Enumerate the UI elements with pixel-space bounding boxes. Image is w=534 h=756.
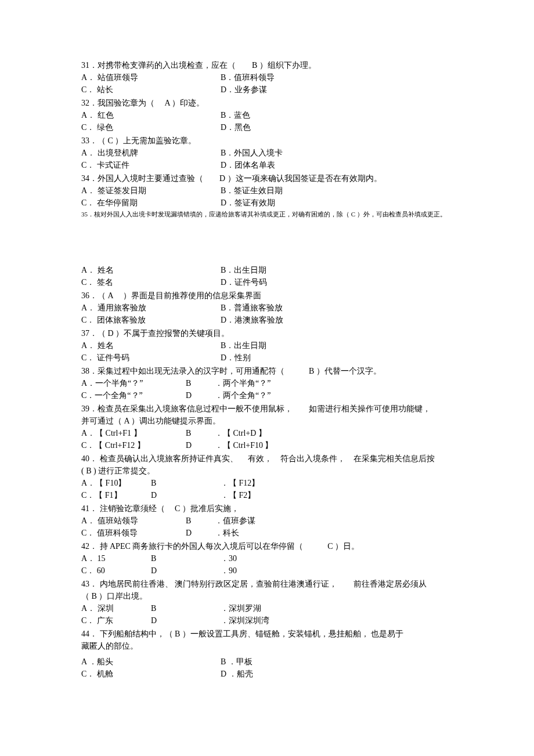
option-c: C． 站长 — [81, 84, 221, 96]
question-stem: 33．（ C ）上无需加盖验讫章。 — [81, 135, 464, 147]
option-d: D．团体名单表 — [221, 159, 275, 171]
options-row: C． 团体旅客验放 D．港澳旅客验放 — [81, 314, 464, 326]
option-b: B．出生日期 — [221, 264, 266, 276]
question-33: 33．（ C ）上无需加盖验讫章。 A． 出境登机牌 B．外国人入境卡 C． 卡… — [81, 135, 464, 171]
options-row: A． 通用旅客验放 B．普通旅客验放 — [81, 302, 464, 314]
option-a: A． 签证签发日期 — [81, 185, 221, 197]
option-c: C． 机舱 — [81, 668, 221, 680]
options-row: A． 姓名 B．出生日期 — [81, 264, 464, 276]
question-stem-line2: ( B ) 进行正常提交。 — [81, 465, 464, 477]
option-b-letter: B — [186, 427, 215, 439]
options-row: C．一个全角“？” D ．两个全角“？” — [81, 389, 464, 401]
option-d-text: ．科长 — [215, 527, 239, 539]
option-b-letter: B — [186, 377, 215, 389]
options-row: A ．船头 B ．甲板 — [81, 656, 464, 668]
question-39: 39．检查员在采集出入境旅客信息过程中一般不使用鼠标， 如需进行相关操作可使用功… — [81, 403, 464, 451]
option-b-letter: B — [151, 477, 221, 489]
question-32: 32．我国验讫章为（ A ）印迹。 A． 红色 B．蓝色 C． 绿色 D．黑色 — [81, 97, 464, 133]
option-b-letter: B — [151, 552, 221, 565]
option-c: C．【 Ctrl+F12 】 — [81, 439, 186, 451]
option-d-letter: D — [186, 527, 215, 539]
question-34: 34．外国人入境时主要通过查验（ D ）这一项来确认我国签证是否在有效期内。 A… — [81, 172, 464, 209]
option-a: A． 站值班领导 — [81, 71, 221, 84]
option-a: A．一个半角“？” — [81, 377, 186, 389]
option-b-text: ．30 — [221, 552, 237, 565]
question-stem-line2: 藏匿人的部位。 — [81, 640, 464, 652]
options-row: A． 红色 B．蓝色 — [81, 109, 464, 121]
question-41: 41． 注销验讫章须经（ C ）批准后实施， A． 值班站领导 B ．值班参谋 … — [81, 502, 464, 539]
option-b: B ．甲板 — [221, 656, 252, 668]
option-a: A． 姓名 — [81, 339, 221, 352]
question-stem-line2: （ B ）口岸出境。 — [81, 590, 464, 602]
option-d: D ．船壳 — [221, 668, 253, 680]
option-b-text: ．深圳罗湖 — [221, 602, 261, 614]
option-d-letter: D — [186, 439, 215, 451]
option-b-letter: B — [186, 515, 215, 527]
option-d-letter: D — [151, 565, 221, 577]
option-a: A ．船头 — [81, 656, 221, 668]
option-d-letter: D — [151, 489, 221, 501]
options-row: C． 站长 D．业务参谋 — [81, 84, 464, 96]
option-c: C． 绿色 — [81, 121, 221, 133]
question-43: 43． 内地居民前往香港、 澳门特别行政区定居，查验前往港澳通行证， 前往香港定… — [81, 578, 464, 627]
option-b-text: ．值班参谋 — [215, 515, 255, 527]
option-d-text: ．【 F2】 — [221, 489, 255, 501]
options-row: C． 60 D ．90 — [81, 565, 464, 577]
options-row: A．【 Ctrl+F1 】 B ．【 Ctrl+D 】 — [81, 427, 464, 439]
option-d: D．性别 — [221, 352, 251, 364]
option-c: C． 值班科领导 — [81, 527, 186, 539]
question-stem: 31．对携带枪支弹药的入出境检查，应在（ B ）组织下办理。 — [81, 59, 464, 71]
option-c: C． 卡式证件 — [81, 159, 221, 171]
option-b-text: ．【 F12】 — [221, 477, 259, 489]
options-row: C． 在华停留期 D．签证有效期 — [81, 197, 464, 209]
option-d-text: ．【 Ctrl+F10 】 — [215, 439, 273, 451]
option-a: A． 值班站领导 — [81, 515, 186, 527]
question-stem: 37．（ D ）不属于查控报警的关键项目。 — [81, 327, 464, 339]
option-b-letter: B — [151, 602, 221, 614]
question-44: 44． 下列船舶结构中，（ B ）一般设置工具房、锚链舱，安装锚机，悬挂船舶， … — [81, 628, 464, 680]
options-row: C． 卡式证件 D．团体名单表 — [81, 159, 464, 171]
question-stem: 38．采集过程中如出现无法录入的汉字时，可用通配符（ B ）代替一个汉字。 — [81, 365, 464, 377]
options-row: A． 值班站领导 B ．值班参谋 — [81, 515, 464, 527]
option-a: A．【 Ctrl+F1 】 — [81, 427, 186, 439]
option-d-letter: D — [151, 614, 221, 627]
option-a: A． 红色 — [81, 109, 221, 121]
option-b: B．普通旅客验放 — [221, 302, 283, 314]
question-stem: 32．我国验讫章为（ A ）印迹。 — [81, 97, 464, 109]
option-c: C．一个全角“？” — [81, 389, 186, 401]
option-c: C． 团体旅客验放 — [81, 314, 221, 326]
option-a: A． 深圳 — [81, 602, 151, 614]
option-d-text: ．深圳深圳湾 — [221, 614, 269, 627]
option-b-text: ．两个半角“？” — [215, 377, 270, 389]
question-stem: 36．（ A ）界面是目前推荐使用的信息采集界面 — [81, 290, 464, 302]
option-d: D．签证有效期 — [221, 197, 275, 209]
question-35-options: A． 姓名 B．出生日期 C． 签名 D．证件号码 — [81, 264, 464, 288]
option-a: A．【 F10】 — [81, 477, 151, 489]
question-stem: 34．外国人入境时主要通过查验（ D ）这一项来确认我国签证是否在有效期内。 — [81, 172, 464, 185]
option-d-text: ．90 — [221, 565, 237, 577]
options-row: C．【 Ctrl+F12 】 D ．【 Ctrl+F10 】 — [81, 439, 464, 451]
question-35-stem: 35．核对外国人入出境卡时发现漏填错填的，应递给旅客请其补填或更正，对确有困难的… — [81, 210, 464, 219]
option-a: A． 15 — [81, 552, 151, 565]
question-37: 37．（ D ）不属于查控报警的关键项目。 A． 姓名 B．出生日期 C． 证件… — [81, 327, 464, 364]
options-row: C． 广东 D ．深圳深圳湾 — [81, 614, 464, 627]
question-stem-line1: 39．检查员在采集出入境旅客信息过程中一般不使用鼠标， 如需进行相关操作可使用功… — [81, 403, 464, 415]
question-stem-line1: 44． 下列船舶结构中，（ B ）一般设置工具房、锚链舱，安装锚机，悬挂船舶， … — [81, 628, 464, 640]
option-c: C． 签名 — [81, 276, 221, 288]
options-row: C． 签名 D．证件号码 — [81, 276, 464, 288]
options-row: C． 机舱 D ．船壳 — [81, 668, 464, 680]
option-c: C． 证件号码 — [81, 352, 221, 364]
options-row: A．【 F10】 B ．【 F12】 — [81, 477, 464, 489]
option-b: B．蓝色 — [221, 109, 250, 121]
question-stem-line2: 并可通过（ A ）调出功能键提示界面。 — [81, 415, 464, 427]
option-d-letter: D — [186, 389, 215, 401]
options-row: C．【 F1】 D ．【 F2】 — [81, 489, 464, 501]
option-c: C． 广东 — [81, 614, 151, 627]
options-row: C． 绿色 D．黑色 — [81, 121, 464, 133]
question-stem-line1: 43． 内地居民前往香港、 澳门特别行政区定居，查验前往港澳通行证， 前往香港定… — [81, 578, 464, 590]
option-d: D．业务参谋 — [221, 84, 267, 96]
option-c: C． 在华停留期 — [81, 197, 221, 209]
option-d: D．港澳旅客验放 — [221, 314, 283, 326]
option-a: A． 姓名 — [81, 264, 221, 276]
options-row: A． 深圳 B ．深圳罗湖 — [81, 602, 464, 614]
